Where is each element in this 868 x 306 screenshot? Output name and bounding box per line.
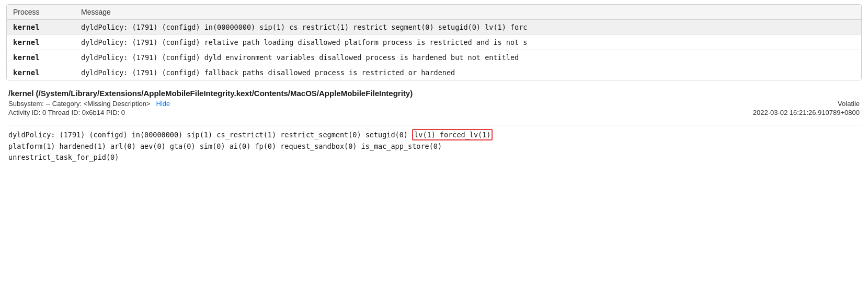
detail-meta-row-2: Activity ID: 0 Thread ID: 0x6b14 PID: 0 …: [8, 109, 860, 116]
activity-thread-pid: Activity ID: 0 Thread ID: 0x6b14 PID: 0: [8, 109, 125, 116]
table-row[interactable]: kernel dyldPolicy: (1791) (configd) dyld…: [7, 50, 861, 65]
process-cell: kernel: [13, 53, 81, 62]
table-header: Process Message: [7, 5, 861, 20]
content-line3: unrestrict_task_for_pid(0): [8, 153, 119, 161]
content-line1-before: dyldPolicy: (1791) (configd) in(00000000…: [8, 131, 412, 139]
timestamp: 2022-03-02 16:21:26.910789+0800: [753, 109, 860, 116]
message-cell: dyldPolicy: (1791) (configd) relative pa…: [81, 38, 855, 46]
content-line2: platform(1) hardened(1) arl(0) aev(0) gt…: [8, 142, 442, 150]
message-cell: dyldPolicy: (1791) (configd) in(00000000…: [81, 23, 855, 31]
detail-title: /kernel (/System/Library/Extensions/Appl…: [8, 89, 860, 98]
content-highlight: lv(1) forced_lv(1): [412, 129, 493, 140]
table-row[interactable]: kernel dyldPolicy: (1791) (configd) in(0…: [7, 20, 861, 35]
process-cell: kernel: [13, 23, 81, 31]
detail-meta-row-1: Subsystem: -- Category: <Missing Descrip…: [8, 100, 860, 108]
message-cell: dyldPolicy: (1791) (configd) dyld enviro…: [81, 53, 855, 62]
table-row[interactable]: kernel dyldPolicy: (1791) (configd) fall…: [7, 65, 861, 80]
process-cell: kernel: [13, 38, 81, 46]
log-table: Process Message kernel dyldPolicy: (1791…: [6, 4, 862, 80]
detail-subsystem-category: Subsystem: -- Category: <Missing Descrip…: [8, 100, 170, 108]
subsystem-category-text: Subsystem: -- Category: <Missing Descrip…: [8, 100, 151, 108]
content-body: dyldPolicy: (1791) (configd) in(00000000…: [6, 125, 862, 168]
process-column-header: Process: [13, 8, 81, 16]
volatile-label: Volatile: [838, 100, 860, 108]
content-text: dyldPolicy: (1791) (configd) in(00000000…: [8, 130, 860, 163]
message-cell: dyldPolicy: (1791) (configd) fallback pa…: [81, 68, 855, 77]
process-cell: kernel: [13, 68, 81, 77]
table-row[interactable]: kernel dyldPolicy: (1791) (configd) rela…: [7, 35, 861, 50]
message-column-header: Message: [81, 8, 855, 16]
hide-link[interactable]: Hide: [156, 100, 170, 108]
detail-section: /kernel (/System/Library/Extensions/Appl…: [6, 89, 862, 116]
